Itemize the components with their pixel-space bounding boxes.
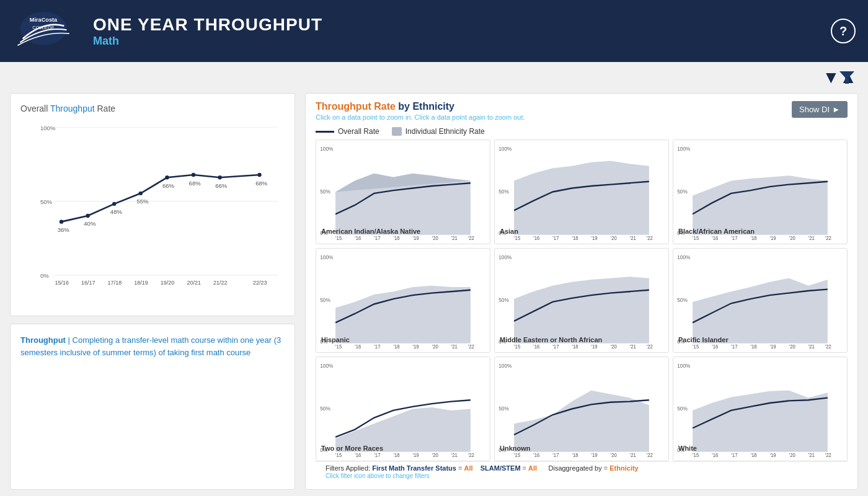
overall-line-chart: 100% 50% 0%: [20, 118, 285, 292]
svg-text:'15: '15: [693, 343, 699, 350]
svg-text:16/17: 16/17: [81, 280, 95, 286]
ethnicity-cell-pi[interactable]: 100% 50% 0% '15 '16 '17 '18 '19 '20 '21 …: [673, 248, 848, 353]
ethnicity-cell-white[interactable]: 100% 50% 0% '15 '16 '17 '18 '19 '20 '21 …: [673, 356, 848, 461]
svg-text:50%: 50%: [498, 188, 509, 195]
filter-bar: Filters Applied: First Math Transfer Sta…: [316, 461, 848, 482]
svg-text:100%: 100%: [498, 362, 512, 369]
svg-text:100%: 100%: [320, 362, 333, 369]
svg-text:'18: '18: [750, 343, 756, 350]
svg-text:'21: '21: [451, 451, 458, 458]
svg-text:'22: '22: [647, 451, 653, 458]
ethnicity-cell-hispanic[interactable]: 100% 50% 0% '15 '16 '17 '18 '19 '20 '21 …: [316, 248, 490, 353]
ethnicity-cell-black[interactable]: 100% 50% 0% '15 '16 '17 '18 '19 '20 '21 …: [673, 140, 848, 244]
svg-text:'18: '18: [393, 343, 399, 350]
filter1-val: All: [464, 464, 472, 472]
svg-text:68%: 68%: [189, 180, 202, 187]
svg-text:'16: '16: [712, 234, 718, 241]
header: MiraCosta COLLEGE ONE YEAR THROUGHPUT Ma…: [0, 0, 868, 62]
svg-text:100%: 100%: [498, 254, 512, 260]
svg-text:50%: 50%: [40, 198, 53, 205]
svg-point-11: [60, 219, 63, 223]
svg-text:50%: 50%: [498, 296, 509, 303]
toolbar: ▼▲: [0, 62, 868, 93]
svg-text:MiraCosta: MiraCosta: [30, 17, 58, 23]
svg-text:100%: 100%: [320, 145, 333, 152]
svg-text:'20: '20: [611, 343, 617, 350]
svg-text:'19: '19: [591, 343, 598, 350]
filter1-key: First Math Transfer Status: [372, 464, 456, 472]
logo-area: MiraCosta COLLEGE: [12, 9, 74, 53]
svg-text:15/16: 15/16: [55, 280, 69, 286]
ethnicity-cell-asian[interactable]: 100% 50% 0% '15 '16 '17 '18 '19 '20 '21 …: [494, 140, 669, 244]
svg-point-14: [139, 192, 143, 195]
svg-text:'22: '22: [468, 234, 474, 241]
svg-marker-99: [693, 278, 828, 343]
svg-point-16: [192, 173, 195, 177]
overall-chart-area: 100% 50% 0%: [20, 118, 285, 292]
svg-text:50%: 50%: [320, 296, 330, 303]
filter2-val: All: [528, 464, 537, 472]
svg-text:'18: '18: [750, 451, 756, 458]
ethnicity-chart-title: Throughput Rate by Ethnicity: [316, 101, 525, 112]
svg-text:'22: '22: [468, 343, 474, 350]
svg-text:'20: '20: [432, 234, 438, 241]
svg-text:'16: '16: [533, 451, 539, 458]
svg-text:'16: '16: [533, 343, 539, 350]
svg-text:100%: 100%: [677, 145, 690, 152]
svg-text:18/19: 18/19: [134, 280, 148, 286]
svg-text:'22: '22: [647, 343, 653, 350]
svg-text:'19: '19: [413, 451, 419, 458]
svg-text:'19: '19: [591, 234, 598, 241]
ethnicity-cell-twomore[interactable]: 100% 50% 0% '15 '16 '17 '18 '19 '20 '21 …: [316, 356, 490, 461]
svg-text:'21: '21: [808, 234, 815, 241]
svg-text:'22: '22: [825, 234, 831, 241]
svg-text:'17: '17: [374, 451, 380, 458]
svg-point-17: [218, 175, 221, 179]
ethnicity-cell-mena[interactable]: 100% 50% 0% '15 '16 '17 '18 '19 '20 '21 …: [494, 248, 669, 353]
show-di-button[interactable]: Show DI ►: [792, 101, 848, 118]
ethnicity-cell-ai[interactable]: 100% 50% 0% '15 '16 '17 '18 '19 '20 '21: [316, 140, 490, 244]
svg-text:'17: '17: [552, 343, 559, 350]
svg-text:'21: '21: [630, 343, 636, 350]
svg-text:'17: '17: [374, 343, 380, 350]
cell-label-mena: Middle Eastern or North African: [500, 336, 602, 343]
svg-text:100%: 100%: [677, 362, 690, 369]
svg-text:40%: 40%: [84, 220, 96, 227]
svg-text:66%: 66%: [162, 182, 175, 189]
header-title: ONE YEAR THROUGHPUT Math: [93, 15, 322, 48]
svg-text:COLLEGE: COLLEGE: [32, 25, 54, 30]
svg-text:'16: '16: [712, 343, 718, 350]
svg-text:'18: '18: [393, 451, 399, 458]
throughput-description: Throughput | Completing a transfer-level…: [20, 334, 285, 358]
disagg-val: Ethnicity: [609, 464, 638, 472]
svg-text:'19: '19: [770, 234, 776, 241]
svg-text:'15: '15: [514, 451, 520, 458]
svg-text:'17: '17: [374, 234, 380, 241]
svg-text:'17: '17: [731, 234, 737, 241]
svg-text:100%: 100%: [498, 145, 512, 152]
filter-funnel-icon[interactable]: [838, 69, 856, 86]
ethnicity-cell-unknown[interactable]: 100% 50% 0% '15 '16 '17 '18 '19 '20 '21 …: [494, 356, 669, 461]
svg-text:'20: '20: [611, 451, 617, 458]
help-button[interactable]: ?: [831, 19, 856, 43]
svg-point-13: [112, 202, 116, 206]
svg-text:50%: 50%: [677, 188, 688, 195]
svg-text:'20: '20: [432, 343, 438, 350]
svg-text:17/18: 17/18: [108, 280, 122, 286]
svg-text:'19: '19: [413, 234, 419, 241]
svg-text:'18: '18: [750, 234, 756, 241]
cell-label-pi: Pacific Islander: [678, 336, 728, 343]
svg-text:'22: '22: [825, 343, 831, 350]
svg-text:'16: '16: [355, 451, 361, 458]
svg-text:19/20: 19/20: [161, 280, 175, 286]
svg-text:'17: '17: [731, 451, 737, 458]
svg-text:50%: 50%: [320, 188, 330, 195]
svg-text:'18: '18: [572, 343, 578, 350]
svg-text:66%: 66%: [215, 182, 228, 189]
svg-marker-123: [514, 391, 649, 452]
svg-text:'21: '21: [630, 234, 636, 241]
svg-text:'21: '21: [808, 343, 815, 350]
main-content: Overall Throughput Rate 100% 50% 0%: [0, 93, 868, 496]
svg-text:'17: '17: [731, 343, 737, 350]
svg-text:'17: '17: [552, 451, 559, 458]
